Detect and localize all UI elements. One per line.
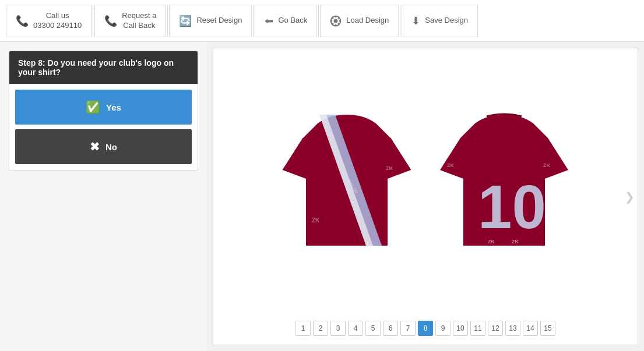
callback-button[interactable]: 📞 Request a Call Back xyxy=(94,5,166,37)
svg-text:ZK: ZK xyxy=(512,239,519,244)
page-btn-3[interactable]: 3 xyxy=(330,321,346,336)
callback-label: Request a xyxy=(122,11,156,21)
pagination: 123456789101112131415 xyxy=(295,315,555,345)
check-circle-icon: ✅ xyxy=(86,100,100,114)
svg-text:ZK: ZK xyxy=(447,162,454,168)
reset-label: Reset Design xyxy=(196,16,242,26)
sep-4 xyxy=(318,5,319,37)
reset-button[interactable]: 🔄 Reset Design xyxy=(169,5,252,37)
sep-3 xyxy=(253,5,254,37)
back-icon: ⬅ xyxy=(265,15,273,27)
load-icon xyxy=(330,15,342,27)
sep-5 xyxy=(400,5,400,37)
front-shirt-svg: ZK ZK ZIPKOM xyxy=(280,106,414,257)
page-btn-11[interactable]: 11 xyxy=(470,321,485,336)
save-label: Save Design xyxy=(425,16,468,26)
page-btn-10[interactable]: 10 xyxy=(453,321,468,336)
callback-sub: Call Back xyxy=(122,21,156,31)
call-number: 03300 249110 xyxy=(33,21,82,31)
goback-button[interactable]: ⬅ Go Back xyxy=(255,5,317,37)
svg-text:ZK: ZK xyxy=(312,217,320,224)
load-button[interactable]: Load Design xyxy=(320,5,399,37)
call-label: Call us xyxy=(33,11,82,21)
sidebar: Step 8: Do you need your club's logo on … xyxy=(0,42,207,351)
svg-text:10: 10 xyxy=(478,173,546,241)
content-area: ZK ZK ZIPKOM 10 ZK xyxy=(213,48,638,345)
main-layout: Step 8: Do you need your club's logo on … xyxy=(0,42,644,351)
step-header: Step 8: Do you need your club's logo on … xyxy=(9,51,198,84)
page-btn-8[interactable]: 8 xyxy=(418,321,433,336)
svg-line-8 xyxy=(332,23,333,24)
phone-icon: 📞 xyxy=(16,15,29,27)
no-button[interactable]: ✖ No xyxy=(15,129,192,164)
page-btn-14[interactable]: 14 xyxy=(523,321,538,336)
step-label: Step 8: Do you need your club's logo on … xyxy=(18,58,174,77)
svg-point-1 xyxy=(335,19,337,22)
page-btn-4[interactable]: 4 xyxy=(348,321,363,336)
page-btn-6[interactable]: 6 xyxy=(383,321,398,336)
callback-phone-icon: 📞 xyxy=(104,15,117,27)
goback-label: Go Back xyxy=(278,16,307,26)
reset-icon: 🔄 xyxy=(179,15,192,27)
yes-label: Yes xyxy=(106,102,121,112)
page-btn-7[interactable]: 7 xyxy=(400,321,416,336)
step-options: ✅ Yes ✖ No xyxy=(9,84,198,170)
sep-2 xyxy=(167,5,168,37)
page-btn-15[interactable]: 15 xyxy=(540,321,555,336)
yes-button[interactable]: ✅ Yes xyxy=(15,90,192,125)
call-button[interactable]: 📞 Call us 03300 249110 xyxy=(6,5,92,37)
x-circle-icon: ✖ xyxy=(90,140,100,154)
svg-text:ZK: ZK xyxy=(488,239,495,244)
page-btn-12[interactable]: 12 xyxy=(488,321,503,336)
page-btn-5[interactable]: 5 xyxy=(365,321,381,336)
sep-1 xyxy=(93,5,93,37)
shirts-container: ZK ZK ZIPKOM 10 ZK xyxy=(213,48,638,315)
page-btn-1[interactable]: 1 xyxy=(295,321,311,336)
back-shirt-svg: 10 ZK ZK ZK ZK xyxy=(437,106,571,257)
toolbar: 📞 Call us 03300 249110 📞 Request a Call … xyxy=(0,0,644,42)
svg-line-6 xyxy=(332,17,333,19)
scroll-arrow-right[interactable]: ❯ xyxy=(625,190,635,204)
shirt-front: ZK ZK ZIPKOM xyxy=(280,106,414,257)
save-button[interactable]: ⬇ Save Design xyxy=(402,5,478,37)
step-card: Step 8: Do you need your club's logo on … xyxy=(9,51,198,171)
save-icon: ⬇ xyxy=(411,15,420,27)
load-label: Load Design xyxy=(346,16,389,26)
page-btn-2[interactable]: 2 xyxy=(313,321,328,336)
svg-line-9 xyxy=(338,17,339,19)
shirt-back: 10 ZK ZK ZK ZK xyxy=(437,106,571,257)
svg-line-7 xyxy=(338,23,339,24)
page-btn-9[interactable]: 9 xyxy=(435,321,451,336)
svg-text:ZK: ZK xyxy=(543,162,550,168)
no-label: No xyxy=(105,142,117,152)
page-btn-13[interactable]: 13 xyxy=(505,321,520,336)
svg-text:ZK: ZK xyxy=(386,165,393,171)
